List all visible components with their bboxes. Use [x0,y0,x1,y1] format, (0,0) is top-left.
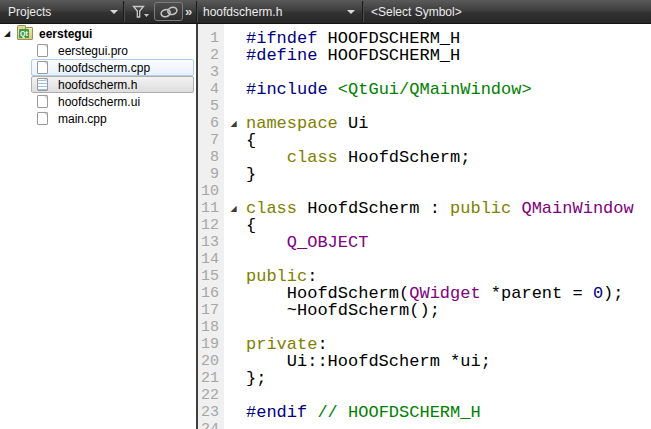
link-icon [158,5,180,19]
tree-file-row[interactable]: eerstegui.pro [31,42,194,59]
line-number: 24 [198,421,224,429]
line-number: 8 [198,149,224,166]
fold-margin-cell [224,370,243,387]
code-line: Ui::HoofdScherm *ui; [246,353,651,370]
tree-file-row[interactable]: main.cpp [31,110,194,127]
line-number-gutter: 123456789101112131415161718192021222324 [198,24,224,429]
fold-margin-cell [224,251,243,268]
code-line [246,98,651,115]
code-editor[interactable]: 123456789101112131415161718192021222324 … [198,24,651,429]
chevron-down-icon[interactable] [110,10,118,14]
fold-margin-cell [224,234,243,251]
line-number: 20 [198,353,224,370]
fold-margin-cell [224,353,243,370]
code-line [246,183,651,200]
header-file-icon [37,78,48,91]
fold-margin-cell [224,183,243,200]
line-number: 1 [198,30,224,47]
overflow-chevron[interactable]: » [185,0,192,23]
filter-icon [132,5,150,19]
tree-file-row[interactable]: hoofdscherm.cpp [31,59,194,76]
line-number: 13 [198,234,224,251]
code-line: #include <QtGui/QMainWindow> [246,81,651,98]
fold-margin-cell [224,319,243,336]
file-icon [37,44,48,57]
tree-file-row[interactable]: hoofdscherm.ui [31,93,194,110]
code-line: private: [246,336,651,353]
code-line: #define HOOFDSCHERM_H [246,47,651,64]
line-number: 16 [198,285,224,302]
file-icon [37,61,48,74]
fold-margin-cell [224,81,243,98]
file-name-label: eerstegui.pro [58,44,128,58]
code-line: ~HoofdScherm(); [246,302,651,319]
fold-margin-cell [224,404,243,421]
file-name-label: main.cpp [58,112,107,126]
project-root-row[interactable]: ◢ Qt eerstegui [0,25,196,42]
fold-margin-cell [224,64,243,81]
navigation-toolbar: Projects » hoofdscherm.h <S [0,0,651,24]
line-number: 15 [198,268,224,285]
fold-margin-cell [224,149,243,166]
line-number: 14 [198,251,224,268]
file-name-label: hoofdscherm.ui [58,95,140,109]
fold-margin-cell [224,336,243,353]
line-number: 4 [198,81,224,98]
fold-margin-cell [224,30,243,47]
main-area: ◢ Qt eerstegui eerstegui.prohoofdscherm.… [0,24,651,429]
tree-file-row[interactable]: hoofdscherm.h [31,76,194,93]
sync-with-editor-button[interactable] [154,2,183,21]
filter-button[interactable] [129,2,152,21]
code-line: { [246,217,651,234]
open-document-dropdown[interactable]: hoofdscherm.h [203,0,282,23]
line-number: 23 [198,404,224,421]
qt-logo-badge: Qt [19,29,29,38]
panel-boundary-separator [196,1,198,22]
fold-margin-cell [224,98,243,115]
code-line [246,421,651,429]
line-number: 7 [198,132,224,149]
code-line [246,251,651,268]
expand-arrow-icon[interactable]: ◢ [4,25,17,42]
code-line: }; [246,370,651,387]
code-line: { [246,132,651,149]
fold-margin-cell [224,421,243,429]
fold-margin-cell [224,387,243,404]
fold-marker-icon[interactable]: ◢ [224,200,243,217]
code-text-area[interactable]: #ifndef HOOFDSCHERM_H#define HOOFDSCHERM… [243,24,651,429]
code-line: class HoofdScherm : public QMainWindow [246,200,651,217]
fold-margin-cell [224,302,243,319]
fold-marker-icon[interactable]: ◢ [224,115,243,132]
fold-margin-cell [224,285,243,302]
line-number: 17 [198,302,224,319]
line-number: 18 [198,319,224,336]
code-line: Q_OBJECT [246,234,651,251]
toolbar-separator [123,1,125,22]
code-line [246,387,651,404]
chevron-down-icon[interactable] [347,10,355,14]
file-name-label: hoofdscherm.cpp [58,61,150,75]
line-number: 22 [198,387,224,404]
symbol-selector[interactable]: <Select Symbol> [371,0,462,23]
code-line [246,64,651,81]
line-number: 10 [198,183,224,200]
project-file-list: eerstegui.prohoofdscherm.cpphoofdscherm.… [0,42,196,127]
code-line: class HoofdScherm; [246,149,651,166]
fold-margin-cell [224,47,243,64]
toolbar-separator [362,1,364,22]
project-root-label: eerstegui [39,27,92,41]
file-icon [37,95,48,108]
symbol-selector-label: <Select Symbol> [371,5,462,19]
line-number: 6 [198,115,224,132]
code-folding-margin: ◢◢ [224,24,243,429]
fold-margin-cell [224,132,243,149]
code-line: HoofdScherm(QWidget *parent = 0); [246,285,651,302]
code-line: } [246,166,651,183]
code-line [246,319,651,336]
projects-pane-selector[interactable]: Projects [8,0,51,23]
line-number: 2 [198,47,224,64]
fold-margin-cell [224,217,243,234]
line-number: 19 [198,336,224,353]
line-number: 3 [198,64,224,81]
qt-creator-window: Projects » hoofdscherm.h <S [0,0,651,429]
